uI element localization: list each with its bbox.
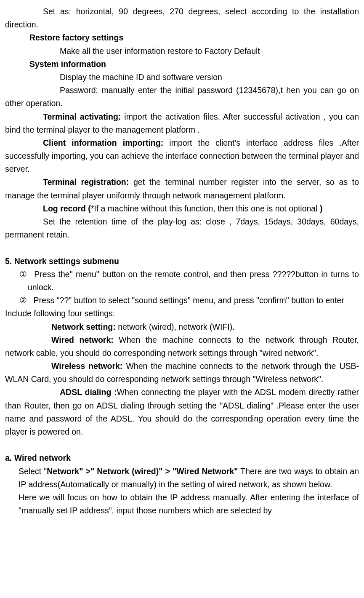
paragraph-sysinfo-2: Password: manually enter the initial pas… xyxy=(5,84,359,110)
circled-two-icon: ② xyxy=(15,294,31,307)
text: System information xyxy=(29,59,106,69)
text: Press the" menu" button on the remote co… xyxy=(28,270,359,292)
heading-section-5: 5. Network settings submenu xyxy=(5,255,359,268)
text: Set as: horizontal, 90 degrees, 270 degr… xyxy=(5,7,359,29)
label: Wireless network: xyxy=(51,361,122,371)
heading-sysinfo: System information xyxy=(5,58,359,71)
label: ADSL dialing : xyxy=(60,387,117,397)
paragraph-adsl-dialing: ADSL dialing :When connecting the player… xyxy=(5,386,359,438)
text: Display the machine ID and software vers… xyxy=(60,72,222,82)
spacer xyxy=(5,241,359,254)
paragraph-sysinfo-1: Display the machine ID and software vers… xyxy=(5,71,359,84)
label: Log record ( xyxy=(43,204,91,213)
text: Make all the user information restore to… xyxy=(60,46,260,56)
text-b: Network" >" Network (wired)" > "Wired Ne… xyxy=(47,467,238,476)
text: Password: manually enter the initial pas… xyxy=(5,85,359,108)
label: Network setting: xyxy=(51,322,116,331)
text: 5. Network settings submenu xyxy=(5,256,119,266)
label-close: ) xyxy=(320,204,323,213)
text: *If a machine without this function, the… xyxy=(91,204,320,213)
text: network (wired), network (WIFI). xyxy=(116,322,235,331)
paragraph-restore: Make all the user information restore to… xyxy=(5,45,359,58)
text: Here we will focus on how to obtain the … xyxy=(19,493,359,515)
list-item-2: ② Press "??" button to select "sound set… xyxy=(5,294,359,307)
label: Terminal registration: xyxy=(43,177,129,187)
paragraph-network-setting: Network setting: network (wired), networ… xyxy=(5,320,359,334)
paragraph-wired-network: Wired network: When the machine connects… xyxy=(5,334,359,360)
spacer xyxy=(5,438,359,451)
heading-restore: Restore factory settings xyxy=(5,31,359,44)
label: Terminal activating: xyxy=(43,112,121,121)
paragraph-client-importing: Client information importing: import the… xyxy=(5,136,359,176)
circled-one-icon: ① xyxy=(15,268,31,281)
paragraph-log-retention: Set the retention time of the play-log a… xyxy=(5,215,359,241)
text: Restore factory settings xyxy=(29,33,123,42)
paragraph-log-record: Log record (*If a machine without this f… xyxy=(5,202,359,215)
text: Set the retention time of the play-log a… xyxy=(5,217,359,239)
text: When connecting the player with the ADSL… xyxy=(5,387,359,436)
text: Press "??" button to select "sound setti… xyxy=(31,296,344,305)
paragraph-include: Include following four settings: xyxy=(5,307,359,320)
heading-subsection-a: a. Wired network xyxy=(5,451,359,465)
paragraph-a-1: Select "Network" >" Network (wired)" > "… xyxy=(5,465,359,491)
label: Client information importing: xyxy=(43,138,163,147)
paragraph-terminal-registration: Terminal registration: get the terminal … xyxy=(5,176,359,202)
text-a: Select " xyxy=(19,467,47,476)
list-item-1: ① Press the" menu" button on the remote … xyxy=(5,268,359,294)
text: Include following four settings: xyxy=(5,309,115,318)
paragraph-wireless-network: Wireless network: When the machine conne… xyxy=(5,360,359,386)
paragraph-set-as: Set as: horizontal, 90 degrees, 270 degr… xyxy=(5,5,359,31)
text: a. Wired network xyxy=(5,453,71,462)
label: Wired network: xyxy=(51,335,114,344)
paragraph-terminal-activating: Terminal activating: import the activati… xyxy=(5,110,359,136)
paragraph-a-2: Here we will focus on how to obtain the … xyxy=(5,491,359,517)
